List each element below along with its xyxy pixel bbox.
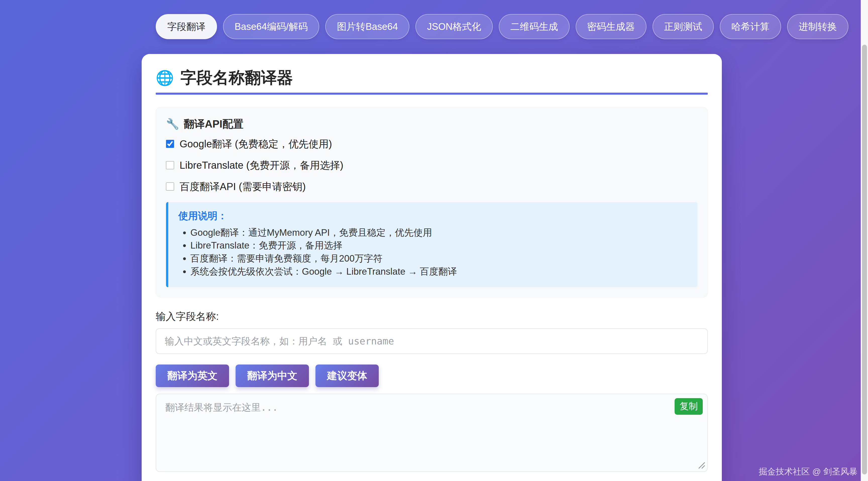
translate-action-button[interactable]: 翻译为中文 (236, 364, 309, 387)
tool-tab[interactable]: 图片转Base64 (325, 14, 409, 39)
tool-tab[interactable]: 字段翻译 (156, 14, 217, 39)
page-title-text: 字段名称翻译器 (180, 68, 293, 87)
translate-action-label: 建议变体 (327, 370, 367, 381)
scrollbar-thumb[interactable] (862, 45, 867, 475)
api-option-label: Google翻译 (免费稳定，优先使用) (180, 137, 332, 151)
api-option-label: LibreTranslate (免费开源，备用选择) (180, 158, 343, 172)
tool-tab[interactable]: JSON格式化 (415, 14, 493, 39)
translate-action-button[interactable]: 翻译为英文 (156, 364, 229, 387)
wrench-icon: 🔧 (166, 118, 179, 130)
tool-tab-label: 图片转Base64 (337, 20, 398, 33)
usage-info-item: Google翻译：通过MyMemory API，免费且稳定，优先使用 (190, 226, 687, 239)
tool-tab-label: 正则测试 (664, 20, 702, 33)
page-background: 字段翻译 Base64编码/解码 图片转Base64 JSON格式化 二维码生成… (0, 0, 868, 481)
usage-info-item: 百度翻译：需要申请免费额度，每月200万字符 (190, 252, 687, 265)
usage-info-item: LibreTranslate：免费开源，备用选择 (190, 239, 687, 252)
api-config-heading: 🔧 翻译API配置 (166, 117, 698, 131)
tool-tab-label: 哈希计算 (732, 20, 770, 33)
api-option-row[interactable]: 百度翻译API (需要申请密钥) (166, 180, 306, 194)
api-option-checkbox[interactable] (166, 183, 174, 191)
usage-info-item: 系统会按优先级依次尝试：Google → LibreTranslate → 百度… (190, 265, 687, 278)
tool-tab-label: 二维码生成 (510, 20, 558, 33)
result-textarea[interactable] (156, 394, 708, 472)
api-option-list: Google翻译 (免费稳定，优先使用) LibreTranslate (免费开… (166, 137, 698, 194)
usage-info-heading: 使用说明： (178, 209, 687, 223)
page-title: 🌐 字段名称翻译器 (156, 68, 708, 87)
api-option-row[interactable]: Google翻译 (免费稳定，优先使用) (166, 137, 332, 151)
tool-tab-label: 进制转换 (799, 20, 837, 33)
tool-tab-label: 密码生成器 (587, 20, 635, 33)
tool-tab[interactable]: Base64编码/解码 (223, 14, 319, 39)
api-option-row[interactable]: LibreTranslate (免费开源，备用选择) (166, 158, 343, 172)
action-button-row: 翻译为英文 翻译为中文 建议变体 (156, 364, 708, 387)
field-input-label: 输入字段名称: (156, 310, 708, 323)
translate-action-label: 翻译为中文 (247, 370, 298, 381)
globe-icon: 🌐 (156, 70, 174, 85)
translate-action-label: 翻译为英文 (167, 370, 217, 381)
api-option-label: 百度翻译API (需要申请密钥) (180, 180, 306, 194)
tool-tab-label: JSON格式化 (427, 20, 481, 33)
api-config-panel: 🔧 翻译API配置 Google翻译 (免费稳定，优先使用) LibreTran… (156, 107, 708, 297)
tool-tab[interactable]: 正则测试 (652, 14, 714, 39)
result-area: 复制 (156, 394, 708, 472)
tool-tab-label: Base64编码/解码 (235, 20, 308, 33)
tool-tab[interactable]: 密码生成器 (576, 14, 647, 39)
api-option-checkbox[interactable] (166, 140, 174, 148)
scrollbar-track[interactable] (861, 0, 868, 481)
translator-card: 🌐 字段名称翻译器 🔧 翻译API配置 Google翻译 (免费稳定，优先使用) (142, 54, 722, 481)
footer-credit: 掘金技术社区 @ 剑圣风暴 (759, 466, 858, 478)
tool-tab[interactable]: 哈希计算 (720, 14, 781, 39)
field-name-input[interactable] (156, 328, 708, 354)
tool-tab[interactable]: 进制转换 (787, 14, 848, 39)
tool-tab-bar: 字段翻译 Base64编码/解码 图片转Base64 JSON格式化 二维码生成… (156, 14, 848, 39)
api-config-heading-text: 翻译API配置 (184, 117, 243, 131)
resize-handle-icon[interactable] (696, 460, 705, 469)
copy-button[interactable]: 复制 (675, 398, 703, 415)
tool-tab-label: 字段翻译 (167, 20, 206, 33)
usage-info-list: Google翻译：通过MyMemory API，免费且稳定，优先使用 Libre… (178, 226, 687, 278)
api-option-checkbox[interactable] (166, 161, 174, 169)
tool-tab[interactable]: 二维码生成 (499, 14, 569, 39)
translate-action-button[interactable]: 建议变体 (315, 364, 379, 387)
usage-info-box: 使用说明： Google翻译：通过MyMemory API，免费且稳定，优先使用… (166, 202, 698, 287)
title-underline (156, 93, 708, 95)
